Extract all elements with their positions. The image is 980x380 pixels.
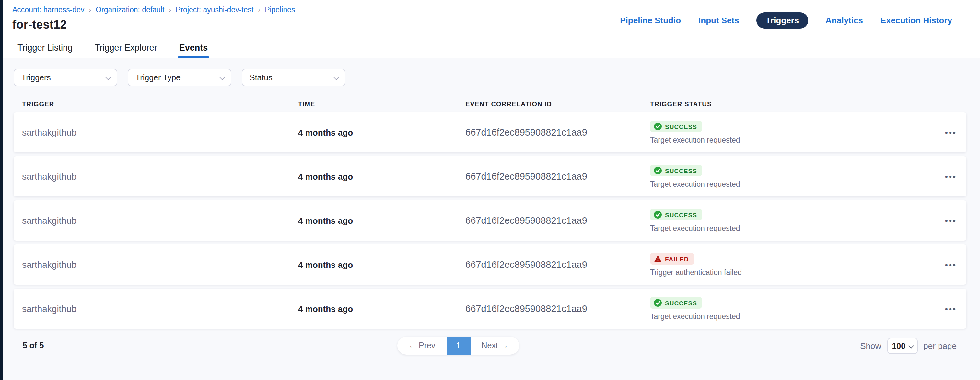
trigger-status-cell: SUCCESS Target execution requested bbox=[650, 209, 935, 232]
column-header-time: TIME bbox=[298, 100, 465, 107]
trigger-status-cell: FAILED Trigger authentication failed bbox=[650, 253, 935, 276]
chevron-down-icon bbox=[105, 74, 111, 80]
page-size-control: Show 100 per page bbox=[860, 338, 957, 354]
table-row[interactable]: sarthakgithub 4 months ago 667d16f2ec895… bbox=[14, 112, 966, 152]
status-badge-label: FAILED bbox=[665, 255, 689, 262]
status-badge-label: SUCCESS bbox=[665, 123, 697, 130]
pagination: ← Prev 1 Next → bbox=[397, 337, 520, 355]
per-page-label: per page bbox=[923, 341, 957, 351]
status-badge-label: SUCCESS bbox=[665, 211, 697, 218]
breadcrumb-link-organization[interactable]: Organization: default bbox=[95, 6, 164, 14]
breadcrumb-separator: › bbox=[169, 6, 171, 13]
page-size-value: 100 bbox=[892, 342, 905, 351]
tab-events[interactable]: Events bbox=[179, 37, 208, 58]
filters-row: TriggersTrigger TypeStatus bbox=[14, 69, 966, 86]
event-time: 4 months ago bbox=[298, 216, 465, 225]
status-detail: Target execution requested bbox=[650, 136, 740, 144]
breadcrumb: Account: harness-dev›Organization: defau… bbox=[12, 0, 980, 14]
row-options-menu-icon[interactable]: ••• bbox=[945, 172, 957, 180]
breadcrumb-separator: › bbox=[258, 6, 260, 13]
table-row[interactable]: sarthakgithub 4 months ago 667d16f2ec895… bbox=[14, 200, 966, 241]
status-badge-label: SUCCESS bbox=[665, 299, 697, 307]
event-time: 4 months ago bbox=[298, 260, 465, 270]
table-footer: 5 of 5 ← Prev 1 Next → Show 100 per page bbox=[14, 337, 966, 375]
check-circle-icon bbox=[654, 299, 662, 307]
status-badge: SUCCESS bbox=[650, 121, 702, 132]
trigger-status-cell: SUCCESS Target execution requested bbox=[650, 297, 935, 320]
nav-triggers[interactable]: Triggers bbox=[757, 12, 808, 29]
table-header: TRIGGER TIME EVENT CORRELATION ID TRIGGE… bbox=[14, 95, 966, 112]
status-badge: SUCCESS bbox=[650, 209, 702, 220]
status-detail: Trigger authentication failed bbox=[650, 268, 742, 276]
page-size-select[interactable]: 100 bbox=[887, 338, 918, 354]
trigger-name: sarthakgithub bbox=[22, 215, 298, 226]
filter-label: Triggers bbox=[21, 73, 51, 82]
prev-page-button[interactable]: ← Prev bbox=[397, 337, 446, 355]
filter-trigger-type-select[interactable]: Trigger Type bbox=[128, 69, 231, 86]
row-options-menu-icon[interactable]: ••• bbox=[945, 128, 957, 136]
show-label: Show bbox=[860, 341, 881, 351]
status-badge: SUCCESS bbox=[650, 165, 702, 176]
status-detail: Target execution requested bbox=[650, 224, 740, 232]
column-header-event-correlation-id: EVENT CORRELATION ID bbox=[465, 100, 650, 107]
status-detail: Target execution requested bbox=[650, 313, 740, 320]
status-detail: Target execution requested bbox=[650, 180, 740, 188]
event-correlation-id: 667d16f2ec895908821c1aa9 bbox=[465, 303, 650, 314]
tab-trigger-explorer[interactable]: Trigger Explorer bbox=[95, 37, 157, 58]
page-number-1[interactable]: 1 bbox=[446, 337, 470, 355]
event-correlation-id: 667d16f2ec895908821c1aa9 bbox=[465, 259, 650, 270]
breadcrumb-link-account[interactable]: Account: harness-dev bbox=[12, 6, 84, 14]
chevron-down-icon bbox=[334, 74, 339, 80]
row-options-menu-icon[interactable]: ••• bbox=[945, 260, 957, 269]
result-count: 5 of 5 bbox=[23, 341, 44, 350]
check-circle-icon bbox=[654, 211, 662, 219]
table-row[interactable]: sarthakgithub 4 months ago 667d16f2ec895… bbox=[14, 244, 966, 285]
breadcrumb-separator: › bbox=[89, 6, 91, 13]
event-correlation-id: 667d16f2ec895908821c1aa9 bbox=[465, 215, 650, 226]
row-options-menu-icon[interactable]: ••• bbox=[945, 216, 957, 225]
table-row[interactable]: sarthakgithub 4 months ago 667d16f2ec895… bbox=[14, 289, 966, 329]
warning-triangle-icon bbox=[654, 255, 662, 263]
trigger-status-cell: SUCCESS Target execution requested bbox=[650, 121, 935, 144]
next-page-button[interactable]: Next → bbox=[470, 337, 519, 355]
pipeline-section-nav: Pipeline StudioInput SetsTriggersAnalyti… bbox=[620, 12, 952, 29]
event-correlation-id: 667d16f2ec895908821c1aa9 bbox=[465, 127, 650, 137]
event-time: 4 months ago bbox=[298, 128, 465, 137]
events-content: TriggersTrigger TypeStatus TRIGGER TIME … bbox=[0, 58, 980, 380]
trigger-name: sarthakgithub bbox=[22, 303, 298, 314]
collapsed-sidenav-edge[interactable] bbox=[0, 0, 3, 380]
chevron-down-icon bbox=[908, 343, 914, 348]
filter-label: Trigger Type bbox=[135, 73, 180, 82]
filter-status-select[interactable]: Status bbox=[242, 69, 345, 86]
filter-triggers-select[interactable]: Triggers bbox=[14, 69, 117, 86]
nav-pipeline-studio[interactable]: Pipeline Studio bbox=[620, 16, 681, 25]
tab-trigger-listing[interactable]: Trigger Listing bbox=[18, 37, 73, 58]
chevron-down-icon bbox=[220, 74, 225, 80]
event-correlation-id: 667d16f2ec895908821c1aa9 bbox=[465, 171, 650, 182]
event-time: 4 months ago bbox=[298, 171, 465, 181]
check-circle-icon bbox=[654, 167, 662, 174]
breadcrumb-link-pipelines[interactable]: Pipelines bbox=[265, 6, 295, 14]
nav-execution-history[interactable]: Execution History bbox=[880, 16, 952, 25]
events-table-body: sarthakgithub 4 months ago 667d16f2ec895… bbox=[14, 112, 966, 329]
filter-label: Status bbox=[250, 73, 272, 82]
tab-bar: Trigger ListingTrigger ExplorerEvents bbox=[0, 38, 980, 58]
status-badge: FAILED bbox=[650, 253, 694, 265]
table-row[interactable]: sarthakgithub 4 months ago 667d16f2ec895… bbox=[14, 156, 966, 196]
breadcrumb-link-project[interactable]: Project: ayushi-dev-test bbox=[176, 6, 253, 14]
status-badge: SUCCESS bbox=[650, 297, 702, 309]
row-options-menu-icon[interactable]: ••• bbox=[945, 305, 957, 313]
status-badge-label: SUCCESS bbox=[665, 167, 697, 174]
nav-analytics[interactable]: Analytics bbox=[826, 16, 863, 25]
nav-input-sets[interactable]: Input Sets bbox=[698, 16, 739, 25]
page-header: Account: harness-dev›Organization: defau… bbox=[0, 0, 980, 58]
trigger-status-cell: SUCCESS Target execution requested bbox=[650, 165, 935, 188]
trigger-name: sarthakgithub bbox=[22, 171, 298, 182]
event-time: 4 months ago bbox=[298, 304, 465, 313]
check-circle-icon bbox=[654, 123, 662, 130]
trigger-name: sarthakgithub bbox=[22, 127, 298, 137]
column-header-trigger: TRIGGER bbox=[22, 100, 298, 107]
trigger-name: sarthakgithub bbox=[22, 259, 298, 270]
pipeline-triggers-page: Account: harness-dev›Organization: defau… bbox=[0, 0, 980, 380]
column-header-trigger-status: TRIGGER STATUS bbox=[650, 100, 935, 107]
